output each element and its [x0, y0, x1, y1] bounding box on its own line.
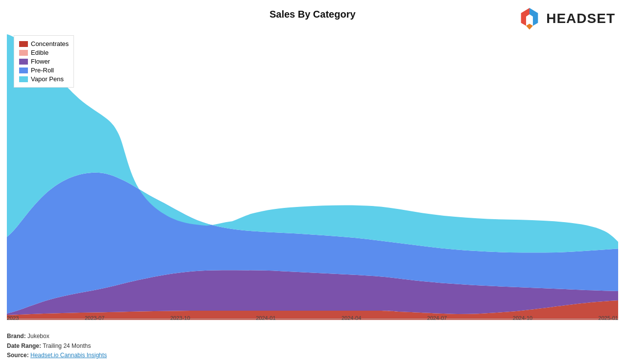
legend-item-vaporpens: Vapor Pens: [19, 75, 69, 83]
chart-legend: Concentrates Edible Flower Pre-Roll Vapo…: [14, 35, 74, 88]
footer-source: Source: Headset.io Cannabis Insights: [7, 351, 107, 360]
date-range-label: Date Range:: [7, 342, 41, 349]
legend-label-concentrates: Concentrates: [31, 40, 69, 47]
footer-brand: Brand: Jukebox: [7, 332, 107, 341]
legend-swatch-concentrates: [19, 41, 28, 47]
legend-swatch-edible: [19, 50, 28, 56]
legend-label-vaporpens: Vapor Pens: [31, 75, 64, 83]
legend-label-preroll: Pre-Roll: [31, 67, 54, 74]
footer-date-range: Date Range: Trailing 24 Months: [7, 341, 107, 351]
x-label-2024-10: 2024-10: [513, 315, 532, 321]
x-label-2024-01: 2024-01: [256, 315, 275, 321]
x-label-2023: 2023: [7, 315, 19, 321]
x-label-2023-10: 2023-10: [170, 315, 190, 321]
chart-area: [7, 32, 618, 320]
brand-label: Brand:: [7, 333, 26, 340]
x-label-2023-07: 2023-07: [85, 315, 104, 321]
legend-swatch-preroll: [19, 68, 28, 73]
x-label-2024-07: 2024-07: [427, 315, 447, 321]
legend-swatch-flower: [19, 59, 28, 65]
legend-item-flower: Flower: [19, 58, 69, 65]
legend-item-preroll: Pre-Roll: [19, 67, 69, 74]
chart-footer: Brand: Jukebox Date Range: Trailing 24 M…: [7, 332, 107, 360]
brand-value: Jukebox: [27, 333, 49, 340]
headset-logo-text: HEADSET: [546, 11, 615, 26]
headset-logo: HEADSET: [517, 6, 615, 31]
legend-item-concentrates: Concentrates: [19, 40, 69, 47]
chart-container: Sales By Category HEADSET Concentrates E…: [0, 0, 625, 364]
legend-swatch-vaporpens: [19, 76, 28, 82]
x-label-2025-01: 2025-01: [599, 315, 618, 321]
chart-svg: [7, 32, 618, 320]
date-range-value: Trailing 24 Months: [43, 342, 91, 349]
source-label: Source:: [7, 352, 29, 359]
source-value: Headset.io Cannabis Insights: [30, 352, 107, 359]
legend-label-flower: Flower: [31, 58, 50, 65]
x-axis-labels: 2023 2023-07 2023-10 2024-01 2024-04 202…: [7, 315, 618, 321]
x-label-2024-04: 2024-04: [341, 315, 361, 321]
headset-logo-icon: [517, 6, 542, 31]
legend-label-edible: Edible: [31, 49, 48, 56]
legend-item-edible: Edible: [19, 49, 69, 56]
